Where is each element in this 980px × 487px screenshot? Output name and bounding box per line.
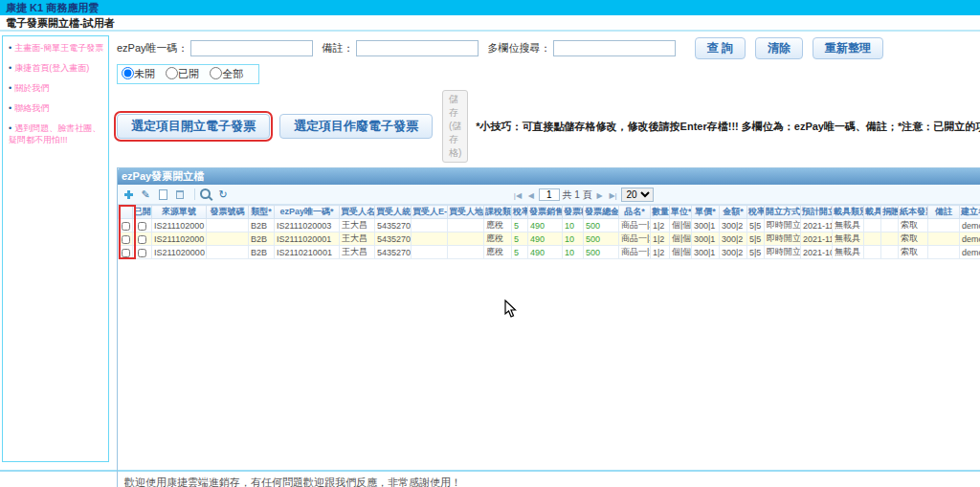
- grid-cell[interactable]: IS211020000: [152, 246, 207, 259]
- grid-cell[interactable]: [412, 232, 448, 246]
- clear-button[interactable]: 清除: [755, 37, 803, 59]
- grid-cell[interactable]: 5|5: [747, 246, 765, 259]
- sidebar-link-1[interactable]: 康捷首頁(登入畫面): [14, 63, 89, 73]
- grid-cell[interactable]: 王大昌: [340, 246, 375, 259]
- sidebar-link-2[interactable]: 關於我們: [14, 83, 49, 93]
- column-header[interactable]: 發票號碼: [207, 206, 249, 219]
- grid-cell[interactable]: 無載具: [833, 232, 864, 246]
- column-header[interactable]: 載具: [864, 206, 881, 219]
- column-header[interactable]: 發票總金額: [584, 206, 619, 219]
- memo-input[interactable]: [356, 40, 479, 56]
- radio-opened[interactable]: 已開: [166, 68, 199, 79]
- grid-cell[interactable]: 300|2: [720, 219, 747, 232]
- column-header[interactable]: 金額*: [720, 206, 747, 219]
- ezpay-code-input[interactable]: [190, 40, 313, 56]
- grid-cell[interactable]: 索取: [899, 219, 928, 232]
- column-header[interactable]: 買受人地址: [448, 206, 484, 219]
- grid-cell[interactable]: IS2110210001: [275, 246, 340, 259]
- grid-cell[interactable]: 10: [563, 219, 584, 232]
- first-page-icon[interactable]: |◀: [514, 191, 522, 200]
- grid-cell[interactable]: 個|個: [670, 246, 692, 259]
- radio-not-opened[interactable]: 未開: [122, 68, 155, 79]
- sidebar-link-4[interactable]: 遇到問題、臉書社團、疑問都不用怕!!!: [9, 123, 100, 144]
- grid-cell[interactable]: 1|2: [651, 219, 670, 232]
- column-header[interactable]: 捐贈: [881, 206, 899, 219]
- grid-cell[interactable]: [207, 219, 249, 232]
- grid-cell[interactable]: 2021-11-: [801, 232, 833, 246]
- grid-cell[interactable]: 無載具: [833, 246, 864, 259]
- grid-cell[interactable]: 王大昌: [340, 232, 375, 246]
- row-select-checkbox[interactable]: [122, 249, 130, 257]
- grid-cell[interactable]: [448, 232, 484, 246]
- grid-cell[interactable]: 1|2: [651, 232, 670, 246]
- column-header[interactable]: 品名*: [619, 206, 651, 219]
- grid-cell[interactable]: 5: [512, 219, 528, 232]
- grid-cell[interactable]: IS2111020001: [275, 232, 340, 246]
- column-header[interactable]: 備註: [928, 206, 960, 219]
- grid-cell[interactable]: [864, 246, 881, 259]
- grid-cell[interactable]: 5: [512, 246, 528, 259]
- grid-cell[interactable]: 300|1: [692, 232, 720, 246]
- radio-opened-input[interactable]: [166, 67, 178, 79]
- column-header[interactable]: 買受人E-M: [412, 206, 448, 219]
- grid-cell[interactable]: B2B: [249, 219, 275, 232]
- grid-cell[interactable]: [412, 246, 448, 259]
- grid-cell[interactable]: [881, 219, 899, 232]
- grid-cell[interactable]: B2B: [249, 246, 275, 259]
- grid-cell[interactable]: 490: [528, 246, 563, 259]
- column-header[interactable]: 單價*: [692, 206, 720, 219]
- grid-cell[interactable]: [207, 246, 249, 259]
- grid-cell[interactable]: 5435270: [375, 232, 412, 246]
- radio-all[interactable]: 全部: [210, 68, 243, 79]
- opened-checkbox[interactable]: [138, 249, 146, 257]
- grid-cell[interactable]: 商品一|2: [619, 232, 651, 246]
- grid-cell[interactable]: 500: [584, 219, 619, 232]
- grid-cell[interactable]: [864, 219, 881, 232]
- grid-cell[interactable]: [928, 219, 960, 232]
- column-header[interactable]: 發票銷售額: [528, 206, 563, 219]
- column-header[interactable]: 開立方式: [765, 206, 801, 219]
- grid-cell[interactable]: 300|1: [692, 246, 720, 259]
- last-page-icon[interactable]: ▶|: [609, 191, 616, 200]
- column-header[interactable]: 類型*: [249, 206, 275, 219]
- column-header[interactable]: 來源單號: [152, 206, 207, 219]
- grid-cell[interactable]: [412, 219, 448, 232]
- column-header[interactable]: 稅率*: [747, 206, 765, 219]
- grid-cell[interactable]: [207, 232, 249, 246]
- grid-cell[interactable]: 5|5: [747, 232, 765, 246]
- grid-cell[interactable]: demo: [960, 246, 980, 259]
- grid-cell[interactable]: 即時開立發: [765, 219, 801, 232]
- radio-not-opened-input[interactable]: [122, 67, 134, 79]
- grid-cell[interactable]: demo: [960, 232, 980, 246]
- grid-cell[interactable]: 商品一|2: [619, 246, 651, 259]
- row-select-checkbox[interactable]: [122, 235, 130, 244]
- grid-cell[interactable]: 300|2: [720, 246, 747, 259]
- open-invoice-button[interactable]: 選定項目開立電子發票: [117, 114, 270, 139]
- grid-cell[interactable]: [448, 219, 484, 232]
- column-header[interactable]: ezPay唯一碼*: [275, 206, 340, 219]
- grid-cell[interactable]: 即時開立發: [765, 232, 801, 246]
- grid-cell[interactable]: 500: [584, 232, 619, 246]
- column-header[interactable]: [119, 206, 133, 219]
- column-header[interactable]: 載具類別: [833, 206, 864, 219]
- grid-cell[interactable]: 500: [584, 246, 619, 259]
- column-header[interactable]: 數量*: [651, 206, 670, 219]
- grid-cell[interactable]: 490: [528, 232, 563, 246]
- grid-cell[interactable]: [928, 232, 960, 246]
- column-header[interactable]: 單位*: [670, 206, 692, 219]
- grid-cell[interactable]: 索取: [899, 232, 928, 246]
- opened-checkbox[interactable]: [138, 235, 146, 244]
- column-header[interactable]: 紙本發票: [899, 206, 928, 219]
- grid-cell[interactable]: 應稅: [484, 219, 512, 232]
- grid-cell[interactable]: 5: [512, 232, 528, 246]
- grid-cell[interactable]: 應稅: [484, 232, 512, 246]
- next-page-icon[interactable]: ▶: [596, 191, 602, 200]
- grid-cell[interactable]: B2B: [249, 232, 275, 246]
- grid-cell[interactable]: [448, 246, 484, 259]
- grid-cell[interactable]: 300|2: [720, 232, 747, 246]
- grid-cell[interactable]: 490: [528, 219, 563, 232]
- grid-cell[interactable]: 5435270: [375, 246, 412, 259]
- grid-cell[interactable]: 5435270: [375, 219, 412, 232]
- grid-cell[interactable]: IS211102000: [152, 232, 207, 246]
- grid-cell[interactable]: [881, 232, 899, 246]
